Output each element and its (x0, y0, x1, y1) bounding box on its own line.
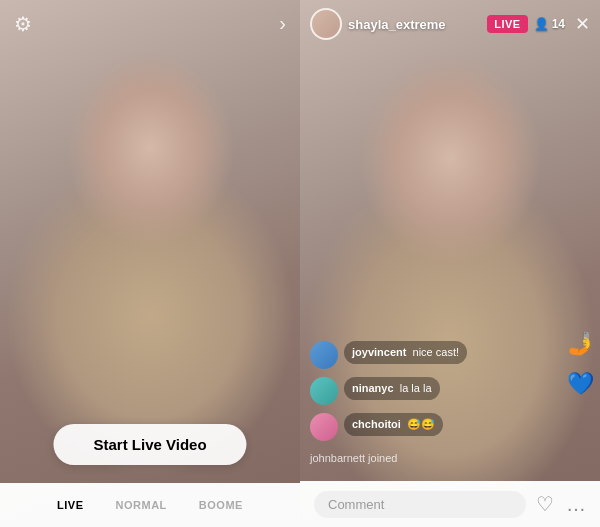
commenter-avatar-1 (310, 341, 338, 369)
comment-item: ninanyc la la la (310, 377, 550, 405)
comment-body-2: la la la (400, 382, 432, 394)
more-options-icon[interactable]: … (566, 493, 586, 516)
left-panel: ⚙ › Start Live Video LIVE NORMAL BOOME (0, 0, 300, 527)
tab-live[interactable]: LIVE (57, 499, 83, 511)
commenter-name-2: ninanyc (352, 382, 394, 394)
start-live-button[interactable]: Start Live Video (53, 424, 246, 465)
comment-item: chchoitoi 😅😅 (310, 413, 550, 441)
reaction-selfie-icon[interactable]: 🤳 (567, 331, 594, 357)
avatar (310, 8, 342, 40)
gear-icon[interactable]: ⚙ (14, 12, 32, 36)
right-panel: shayla_extreme LIVE 👤 14 ✕ 🤳 💙 joyvincen… (300, 0, 600, 527)
username-label: shayla_extreme (348, 17, 481, 32)
left-top-icons: ⚙ › (0, 12, 300, 36)
live-badge: LIVE (487, 15, 527, 33)
commenter-avatar-3 (310, 413, 338, 441)
comment-item: joyvincent nice cast! (310, 341, 550, 369)
comment-body-3: 😅😅 (407, 418, 435, 430)
commenter-name-3: chchoitoi (352, 418, 401, 430)
right-top-bar: shayla_extreme LIVE 👤 14 ✕ (300, 0, 600, 48)
chevron-right-icon[interactable]: › (279, 12, 286, 36)
comment-bubble-3: chchoitoi 😅😅 (344, 413, 443, 436)
joined-notification: johnbarnett joined (310, 449, 550, 467)
tab-normal[interactable]: NORMAL (116, 499, 167, 511)
commenter-avatar-2 (310, 377, 338, 405)
reactions-panel: 🤳 💙 (567, 331, 594, 397)
heart-icon[interactable]: ♡ (536, 492, 554, 516)
reaction-heart-icon[interactable]: 💙 (567, 371, 594, 397)
bottom-icons: ♡ … (536, 492, 586, 516)
comment-bubble-2: ninanyc la la la (344, 377, 440, 400)
right-bottom-bar: Comment ♡ … (300, 481, 600, 527)
comment-body-1: nice cast! (413, 346, 459, 358)
viewer-count: 👤 14 (534, 17, 565, 31)
comments-area: joyvincent nice cast! ninanyc la la la c… (300, 341, 560, 467)
viewer-icon: 👤 (534, 17, 549, 31)
commenter-name-1: joyvincent (352, 346, 406, 358)
close-button[interactable]: ✕ (575, 13, 590, 35)
left-bottom-tabs: LIVE NORMAL BOOME (0, 483, 300, 527)
comment-bubble-1: joyvincent nice cast! (344, 341, 467, 364)
comment-input[interactable]: Comment (314, 491, 526, 518)
tab-boomerang[interactable]: BOOME (199, 499, 243, 511)
